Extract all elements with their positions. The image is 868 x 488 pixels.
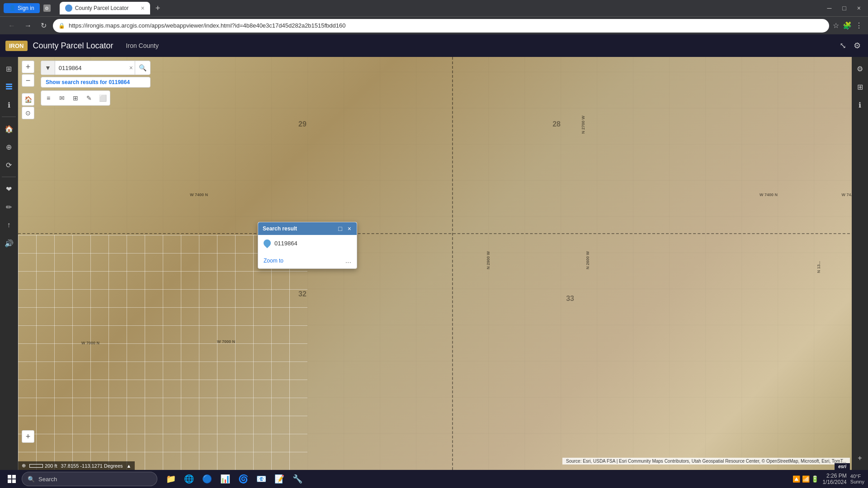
section-number-32: 32 xyxy=(298,290,307,298)
taskbar-app-word[interactable]: 📝 xyxy=(271,471,288,487)
popup-close-button[interactable]: × xyxy=(347,225,352,232)
signin-icon: 👤 xyxy=(9,5,16,11)
right-sidebar-info[interactable]: ℹ xyxy=(852,97,868,113)
taskbar-app-files[interactable]: 📁 xyxy=(163,471,179,487)
address-bar[interactable]: 🔒 https://irongis.maps.arcgis.com/apps/w… xyxy=(53,19,829,33)
svg-rect-6 xyxy=(12,479,16,483)
svg-rect-1 xyxy=(6,86,12,87)
extensions-icon: ⚙ xyxy=(43,5,51,12)
sidebar-upload-button[interactable]: ↑ xyxy=(1,217,17,233)
toolbar-draw-button[interactable]: ✎ xyxy=(83,92,95,104)
back-button[interactable]: ← xyxy=(5,21,18,31)
search-clear-button[interactable]: × xyxy=(127,64,135,71)
toolbar-grid-button[interactable]: ⊞ xyxy=(69,92,82,104)
svg-rect-5 xyxy=(8,479,11,483)
search-input[interactable] xyxy=(55,65,127,71)
zoom-out-button[interactable]: − xyxy=(22,74,34,87)
zoom-in-button[interactable]: + xyxy=(22,61,34,73)
app-logo: IRON xyxy=(5,41,28,51)
sidebar-divider xyxy=(2,117,16,117)
share-icon[interactable]: ⤡ xyxy=(838,39,848,52)
settings-icon[interactable]: ⚙ xyxy=(852,39,863,52)
minimize-button[interactable]: ─ xyxy=(823,3,835,14)
sidebar-basemap-button[interactable]: 🏠 xyxy=(1,121,17,137)
svg-rect-0 xyxy=(6,84,12,85)
suggestion-value: 0119864 xyxy=(108,79,130,85)
taskbar-system-icons: 🔼 📶 🔋 xyxy=(793,475,819,483)
close-button[interactable]: × xyxy=(854,3,864,14)
zoom-controls: + − xyxy=(22,61,34,87)
signin-button[interactable]: 👤 Sign in xyxy=(4,3,40,13)
map-background: 29 28 32 33 W 7400 N W 7000 N W 7000 N N… xyxy=(18,57,868,470)
taskbar-apps: 📁 🌐 🔵 📊 🌀 📧 📝 🔧 xyxy=(163,471,306,487)
taskbar-app-edge[interactable]: 🌐 xyxy=(181,471,197,487)
sidebar-layers-button[interactable] xyxy=(1,79,17,95)
right-sidebar-expand[interactable]: + xyxy=(852,450,868,466)
taskbar-date: 1/16/2024 xyxy=(822,479,846,485)
attribution-text: Source: Esri, USDA FSA | Esri Community … xyxy=(566,459,846,464)
coords-expand-icon[interactable]: ▲ xyxy=(127,463,132,469)
road-label-w7400n: W 7400 N xyxy=(190,192,208,197)
add-widget-button[interactable]: + xyxy=(22,430,34,443)
popup-more-button[interactable]: ... xyxy=(345,257,351,265)
taskbar-app-extra[interactable]: 🔧 xyxy=(289,471,306,487)
lock-icon: 🔒 xyxy=(58,23,65,29)
scale-distance: 200 ft xyxy=(45,463,57,469)
sidebar-refresh-button[interactable]: ⟳ xyxy=(1,157,17,173)
popup-resize-button[interactable]: □ xyxy=(337,225,343,232)
taskbar-app-chrome[interactable]: 🔵 xyxy=(199,471,215,487)
popup-result-id: 0119864 xyxy=(274,240,297,247)
signin-label: Sign in xyxy=(18,5,34,11)
popup-zoom-link[interactable]: Zoom to xyxy=(264,258,283,264)
map-attribution: Source: Esri, USDA FSA | Esri Community … xyxy=(562,458,850,465)
taskbar-search[interactable]: 🔍 Search xyxy=(22,472,157,486)
active-tab[interactable]: County Parcel Locator × xyxy=(60,2,150,14)
sidebar-bookmark-button[interactable]: ❤ xyxy=(1,181,17,197)
section-number-29: 29 xyxy=(298,120,307,128)
sidebar-edit-button[interactable]: ✏ xyxy=(1,199,17,215)
right-sidebar-bottom: + xyxy=(852,450,868,466)
search-suggestion[interactable]: Show search results for 0119864 xyxy=(41,77,151,88)
search-dropdown-button[interactable]: ▼ xyxy=(41,61,55,75)
toolbar-list-button[interactable]: ≡ xyxy=(42,92,55,104)
forward-button[interactable]: → xyxy=(22,21,34,31)
sidebar-add-button[interactable]: ⊕ xyxy=(1,139,17,155)
popup-title: Search result xyxy=(263,225,297,232)
right-sidebar-grid[interactable]: ⊞ xyxy=(852,79,868,95)
svg-rect-4 xyxy=(12,475,16,479)
home-extent-button[interactable]: 🏠 xyxy=(22,93,34,106)
sidebar-home-button[interactable]: ⊞ xyxy=(1,61,17,77)
road-label-n2900w: N 2900 W xyxy=(486,251,491,269)
toolbar-email-button[interactable]: ✉ xyxy=(56,92,68,104)
road-label-n1300: N 13... xyxy=(817,261,821,273)
right-sidebar-settings[interactable]: ⚙ xyxy=(852,61,868,77)
sidebar-info-button[interactable]: ℹ xyxy=(1,97,17,113)
sidebar-sound-button[interactable]: 🔊 xyxy=(1,235,17,251)
popup-footer: Zoom to ... xyxy=(258,255,357,268)
url-text: https://irongis.maps.arcgis.com/apps/web… xyxy=(69,22,346,29)
section-line-v xyxy=(452,57,453,470)
star-icon[interactable]: ☆ xyxy=(833,21,839,30)
new-tab-button[interactable]: + xyxy=(152,4,164,13)
menu-button[interactable]: ⋮ xyxy=(855,21,863,30)
scale-bar: 200 ft xyxy=(29,463,57,469)
scale-icon: ⊕ xyxy=(22,463,26,469)
left-sidebar: ⊞ ℹ 🏠 ⊕ ⟳ ❤ ✏ ↑ 🔊 xyxy=(0,57,18,470)
search-go-button[interactable]: 🔍 xyxy=(135,61,150,75)
locate-button[interactable]: ⊙ xyxy=(22,107,34,119)
parcel-grid xyxy=(18,235,307,470)
tab-close-button[interactable]: × xyxy=(141,5,145,12)
toolbar-print-button[interactable]: ⬜ xyxy=(96,92,109,104)
taskbar-app-outlook[interactable]: 📧 xyxy=(253,471,269,487)
start-button[interactable] xyxy=(4,471,20,487)
maximize-button[interactable]: □ xyxy=(839,3,849,14)
road-label-w7000n-right: W 7000 N xyxy=(217,339,235,344)
taskbar-app-ie[interactable]: 🌀 xyxy=(235,471,251,487)
map-area[interactable]: 29 28 32 33 W 7400 N W 7000 N W 7000 N N… xyxy=(18,57,868,470)
taskbar-weather: 40°F Sunny xyxy=(850,474,864,484)
taskbar-app-excel[interactable]: 📊 xyxy=(217,471,233,487)
extensions-btn[interactable]: 🧩 xyxy=(843,21,852,30)
taskbar-search-placeholder: Search xyxy=(38,476,57,483)
refresh-button[interactable]: ↻ xyxy=(38,20,49,31)
scale-bar-graphic xyxy=(29,464,43,468)
